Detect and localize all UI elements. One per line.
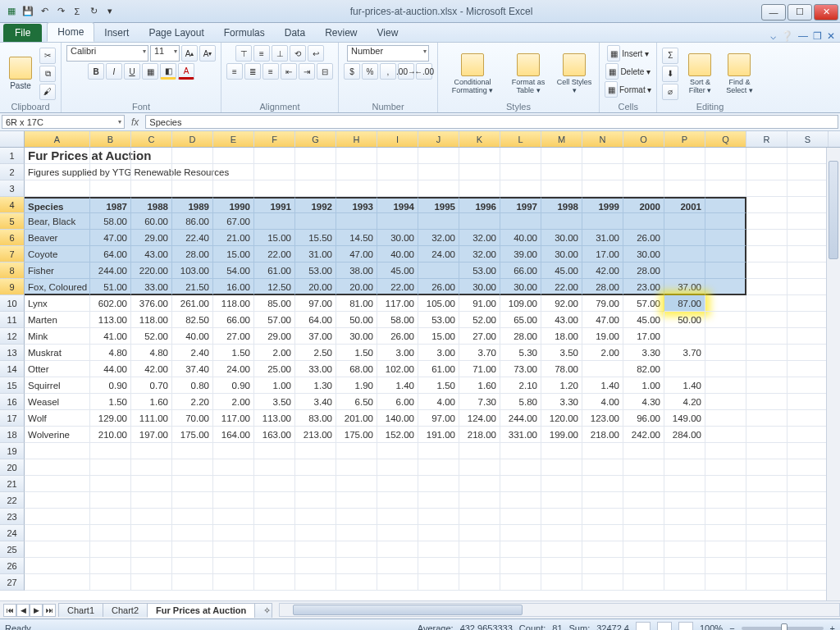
cell[interactable] bbox=[90, 180, 131, 197]
cell[interactable]: 1989 bbox=[172, 197, 213, 213]
cell[interactable]: 3.00 bbox=[418, 345, 459, 361]
cell[interactable]: 2000 bbox=[623, 197, 664, 213]
cell-styles-button[interactable]: Cell Styles ▾ bbox=[555, 48, 594, 100]
cell[interactable] bbox=[418, 492, 459, 509]
cell[interactable] bbox=[746, 427, 788, 443]
cell[interactable] bbox=[500, 525, 541, 541]
column-header-H[interactable]: H bbox=[336, 131, 377, 147]
cell[interactable] bbox=[418, 541, 459, 558]
zoom-thumb[interactable] bbox=[781, 623, 788, 631]
cell[interactable]: 92.00 bbox=[541, 295, 582, 312]
cell[interactable]: 22.00 bbox=[541, 279, 582, 295]
cell[interactable] bbox=[788, 377, 829, 394]
cell[interactable] bbox=[746, 459, 788, 476]
cell[interactable] bbox=[213, 509, 254, 525]
cell[interactable]: 53.00 bbox=[459, 262, 500, 279]
cell[interactable] bbox=[459, 541, 500, 558]
cell[interactable] bbox=[788, 312, 829, 328]
tab-nav-last[interactable]: ⏭ bbox=[43, 604, 56, 617]
increase-indent-button[interactable]: ⇥ bbox=[299, 63, 315, 80]
cell[interactable]: 15.00 bbox=[213, 246, 254, 262]
cell[interactable]: 28.00 bbox=[623, 262, 664, 279]
cell[interactable] bbox=[377, 574, 418, 591]
column-header-O[interactable]: O bbox=[623, 131, 664, 147]
border-button[interactable]: ▦ bbox=[142, 63, 158, 80]
cell[interactable]: 29.00 bbox=[254, 328, 295, 345]
cell[interactable] bbox=[541, 525, 582, 541]
row-header[interactable]: 25 bbox=[0, 541, 25, 558]
cell[interactable]: 3.50 bbox=[254, 394, 295, 410]
cell[interactable]: 1988 bbox=[131, 197, 172, 213]
cell[interactable] bbox=[172, 180, 213, 197]
cell[interactable]: 60.00 bbox=[131, 213, 172, 230]
cell[interactable]: 45.00 bbox=[377, 262, 418, 279]
cell[interactable] bbox=[295, 148, 336, 164]
column-header-I[interactable]: I bbox=[377, 131, 418, 147]
italic-button[interactable]: I bbox=[106, 63, 122, 80]
autosum-button[interactable]: Σ bbox=[662, 48, 678, 64]
cell[interactable] bbox=[295, 509, 336, 525]
cell[interactable] bbox=[788, 410, 829, 427]
undo-icon[interactable]: ↶ bbox=[38, 5, 51, 18]
cell[interactable] bbox=[25, 558, 90, 574]
help-icon[interactable]: ❔ bbox=[781, 30, 793, 42]
cell[interactable] bbox=[459, 148, 500, 164]
cell[interactable]: Wolverine bbox=[25, 427, 90, 443]
column-header-D[interactable]: D bbox=[172, 131, 213, 147]
cell[interactable]: 1.50 bbox=[418, 377, 459, 394]
cell[interactable] bbox=[541, 558, 582, 574]
cell[interactable] bbox=[541, 180, 582, 197]
cell[interactable] bbox=[664, 525, 705, 541]
column-header-E[interactable]: E bbox=[213, 131, 254, 147]
cell[interactable] bbox=[172, 164, 213, 180]
cell[interactable] bbox=[254, 213, 295, 230]
cell[interactable] bbox=[705, 345, 746, 361]
cell[interactable]: 118.00 bbox=[131, 312, 172, 328]
cell[interactable]: 42.00 bbox=[131, 361, 172, 377]
align-left-button[interactable]: ≡ bbox=[226, 63, 243, 80]
cell[interactable] bbox=[541, 509, 582, 525]
row-header[interactable]: 8 bbox=[0, 262, 25, 279]
cell[interactable] bbox=[623, 443, 664, 459]
cell[interactable]: 45.00 bbox=[541, 262, 582, 279]
cell[interactable] bbox=[377, 558, 418, 574]
cell[interactable] bbox=[336, 459, 377, 476]
wrap-text-button[interactable]: ↩ bbox=[308, 45, 324, 62]
cell[interactable]: 57.00 bbox=[254, 312, 295, 328]
cell[interactable]: 33.00 bbox=[131, 279, 172, 295]
horizontal-scroll-thumb[interactable] bbox=[293, 605, 523, 615]
cell[interactable] bbox=[172, 509, 213, 525]
cell[interactable] bbox=[336, 164, 377, 180]
sheet-tab-chart1[interactable]: Chart1 bbox=[58, 603, 103, 617]
cell[interactable]: Figures supplied by YTG Renewable Resour… bbox=[25, 164, 90, 180]
cell[interactable]: 124.00 bbox=[459, 410, 500, 427]
cell[interactable]: 140.00 bbox=[377, 410, 418, 427]
conditional-formatting-button[interactable]: Conditional Formatting ▾ bbox=[443, 48, 502, 100]
cell[interactable]: 0.70 bbox=[131, 377, 172, 394]
cell[interactable] bbox=[746, 180, 788, 197]
font-family-dropdown[interactable]: Calibri bbox=[66, 45, 148, 62]
cell[interactable] bbox=[25, 509, 90, 525]
cell[interactable] bbox=[705, 377, 746, 394]
column-header-F[interactable]: F bbox=[254, 131, 295, 147]
cell[interactable]: 45.00 bbox=[623, 312, 664, 328]
cell[interactable]: 47.00 bbox=[336, 246, 377, 262]
percent-button[interactable]: % bbox=[362, 63, 378, 80]
cell[interactable]: 4.20 bbox=[664, 394, 705, 410]
cell[interactable]: 164.00 bbox=[213, 427, 254, 443]
cell[interactable]: 1.50 bbox=[336, 345, 377, 361]
cell[interactable] bbox=[746, 410, 788, 427]
cell[interactable]: 1.30 bbox=[295, 377, 336, 394]
cell[interactable] bbox=[418, 262, 459, 279]
cell[interactable] bbox=[377, 492, 418, 509]
cell[interactable]: 2.10 bbox=[500, 377, 541, 394]
cell[interactable] bbox=[705, 197, 746, 213]
tab-insert[interactable]: Insert bbox=[94, 24, 139, 42]
cell[interactable] bbox=[746, 558, 788, 574]
row-header[interactable]: 23 bbox=[0, 509, 25, 525]
doc-restore-icon[interactable]: ❐ bbox=[813, 30, 822, 42]
cell[interactable]: 30.00 bbox=[336, 328, 377, 345]
cell[interactable]: 52.00 bbox=[131, 328, 172, 345]
cell[interactable] bbox=[254, 164, 295, 180]
cell[interactable] bbox=[788, 509, 829, 525]
